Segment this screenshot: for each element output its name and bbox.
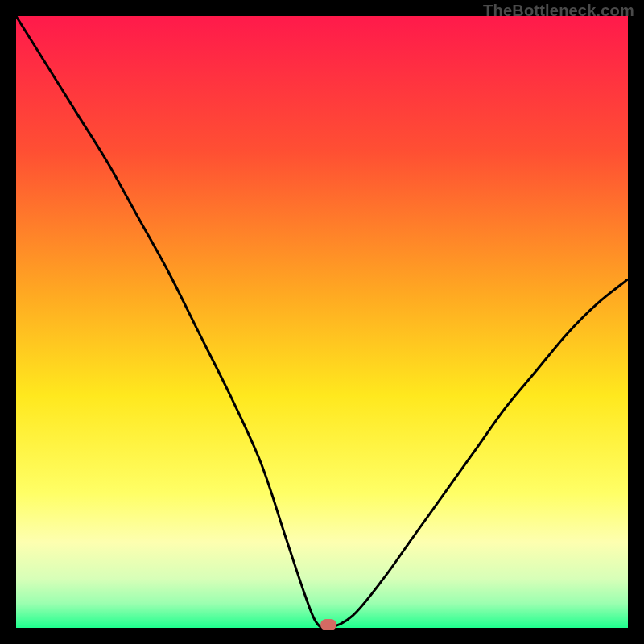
watermark-text: TheBottleneck.com — [483, 2, 634, 20]
chart-frame: TheBottleneck.com — [0, 0, 644, 644]
bottleneck-curve — [16, 16, 628, 628]
curve-path — [16, 16, 628, 628]
optimal-point-marker — [320, 619, 336, 630]
gradient-plot-area — [16, 16, 628, 628]
